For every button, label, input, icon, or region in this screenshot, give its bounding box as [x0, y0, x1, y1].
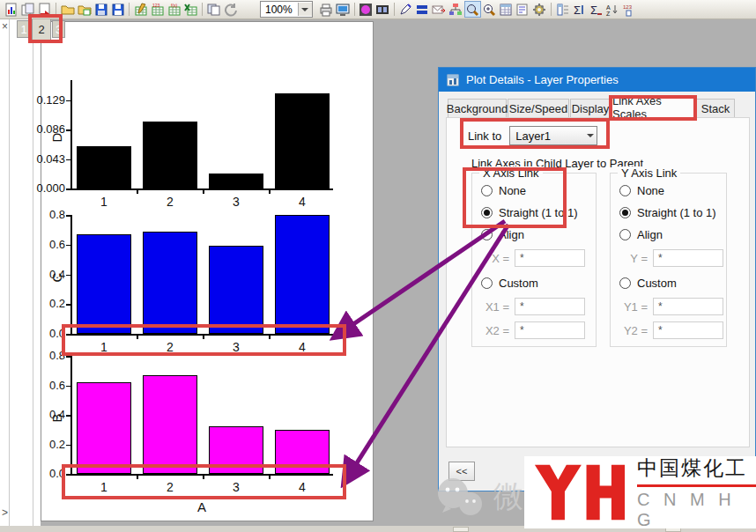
- tab-background[interactable]: Background: [448, 99, 507, 117]
- svg-text:123: 123: [152, 3, 160, 8]
- radio-y-straight-1-to-1-[interactable]: Straight (1 to 1): [619, 206, 716, 219]
- field-label: X2 =: [472, 324, 509, 337]
- new-layout-icon[interactable]: [414, 1, 431, 18]
- x-tick-label: 1: [77, 195, 131, 209]
- refresh-icon[interactable]: [222, 1, 239, 18]
- new-worksheet-icon[interactable]: [132, 1, 149, 18]
- y-tick-label: 0.8: [32, 349, 65, 362]
- y-tick-mark: [66, 129, 70, 131]
- bar-D-2: [143, 122, 197, 188]
- bar-C-4: [275, 215, 330, 334]
- y-tick-mark: [66, 215, 70, 217]
- print-preview-icon[interactable]: [335, 1, 352, 18]
- y-tick-label: 0.129: [32, 93, 65, 107]
- radio-label: Align: [637, 228, 663, 241]
- new-matrix-icon[interactable]: 123: [149, 1, 166, 18]
- radio-button[interactable]: [481, 229, 493, 240]
- zoom-in-icon[interactable]: [464, 1, 481, 18]
- radio-button[interactable]: [481, 277, 493, 289]
- x-tick-label: 2: [143, 195, 197, 209]
- dialog-titlebar[interactable]: Plot Details - Layer Properties: [439, 68, 755, 92]
- y-axis-title-C: C: [49, 266, 64, 282]
- toolbar-separator: [551, 3, 552, 16]
- y-tick-mark: [66, 356, 70, 358]
- mean-sigma-icon[interactable]: Σ: [588, 1, 604, 18]
- panel-close-icon[interactable]: ×: [2, 20, 8, 33]
- duplicate-window-icon[interactable]: [205, 1, 222, 18]
- new-graph-icon[interactable]: [3, 1, 19, 18]
- toolbar-separator: [202, 3, 203, 16]
- field-input[interactable]: *: [515, 321, 585, 339]
- field-label: Y2 =: [611, 324, 648, 337]
- highlight-box-link-to: [460, 118, 610, 149]
- radio-button[interactable]: [619, 207, 631, 218]
- radio-y-none[interactable]: None: [619, 184, 664, 197]
- chevron-down-icon[interactable]: [298, 3, 312, 16]
- save-project-icon[interactable]: [93, 1, 109, 18]
- bar-C-2: [143, 232, 197, 334]
- zoom-level-value: 100%: [265, 4, 293, 16]
- edit-mode-icon[interactable]: [397, 1, 414, 18]
- field-label: Y =: [611, 252, 648, 265]
- y-tick-mark: [66, 386, 70, 388]
- import-excel-icon[interactable]: [182, 1, 199, 18]
- new-graph-window-icon[interactable]: [358, 1, 374, 18]
- radio-button[interactable]: [619, 185, 631, 196]
- y-axis-link-group-title: Y Axis Link: [618, 166, 680, 180]
- sum-sigma-icon[interactable]: Σ: [571, 1, 588, 18]
- options-icon[interactable]: [531, 1, 548, 18]
- field-input[interactable]: *: [515, 249, 585, 267]
- tab-display[interactable]: Display: [570, 99, 611, 117]
- x-axis-line: [70, 188, 333, 190]
- sort-az-icon[interactable]: AZ: [604, 1, 621, 18]
- radio-x-align[interactable]: Align: [481, 228, 524, 241]
- field-input[interactable]: *: [653, 298, 723, 315]
- zoom-out-icon[interactable]: [481, 1, 498, 18]
- radio-button[interactable]: [619, 277, 631, 289]
- y-tick-label: 0.0: [32, 467, 65, 480]
- project-explorer-icon[interactable]: [448, 1, 464, 18]
- svg-text:f(x): f(x): [171, 3, 178, 8]
- y-tick-mark: [66, 304, 70, 306]
- zoom-level-combobox[interactable]: 100%: [260, 1, 313, 18]
- send-mail-icon[interactable]: [431, 1, 448, 18]
- field-input[interactable]: *: [515, 298, 585, 315]
- dialog-title: Plot Details - Layer Properties: [466, 73, 619, 86]
- radio-y-custom[interactable]: Custom: [619, 277, 677, 290]
- bar-D-4: [275, 93, 330, 188]
- set-values-icon[interactable]: 123: [621, 1, 638, 18]
- script-window-icon[interactable]: [515, 1, 531, 18]
- tab-stack[interactable]: Stack: [696, 99, 735, 117]
- column-format-icon[interactable]: [554, 1, 571, 18]
- highlight-box-layer2: [28, 14, 63, 43]
- new-video-icon[interactable]: [374, 1, 391, 18]
- x-tick-mark: [269, 190, 271, 194]
- radio-y-align[interactable]: Align: [619, 228, 663, 241]
- radio-button[interactable]: [619, 229, 631, 240]
- save-template-icon[interactable]: [109, 1, 126, 18]
- field-y-1: Y1 =*: [611, 298, 723, 315]
- field-y-0: Y =*: [611, 249, 723, 267]
- worksheet-view-icon[interactable]: [498, 1, 515, 18]
- open-template-icon[interactable]: [76, 1, 93, 18]
- bar-C-3: [209, 246, 263, 334]
- svg-text:Σ: Σ: [574, 4, 581, 17]
- bar-D-3: [209, 174, 263, 188]
- wechat-icon: [434, 474, 485, 520]
- panel-expand-icon[interactable]: >: [2, 506, 8, 519]
- highlight-box-x-axis-link: [463, 167, 567, 228]
- radio-x-custom[interactable]: Custom: [481, 277, 538, 290]
- logo-subtitle: C N M H G: [637, 490, 756, 530]
- main-toolbar: 123f(x)100%ΣΣAZ123: [0, 0, 756, 19]
- field-input[interactable]: *: [653, 249, 723, 267]
- print-icon[interactable]: [318, 1, 335, 18]
- radio-label: Custom: [499, 277, 538, 290]
- field-label: X =: [472, 252, 509, 265]
- tab-size-speed[interactable]: Size/Speed: [508, 99, 569, 117]
- dialog-app-icon: [447, 74, 459, 86]
- new-function-icon[interactable]: f(x): [166, 1, 182, 18]
- field-input[interactable]: *: [653, 321, 723, 339]
- y-tick-mark: [66, 245, 70, 247]
- y-tick-label: 0.8: [32, 208, 65, 221]
- highlight-box-middle-axis: [62, 324, 346, 356]
